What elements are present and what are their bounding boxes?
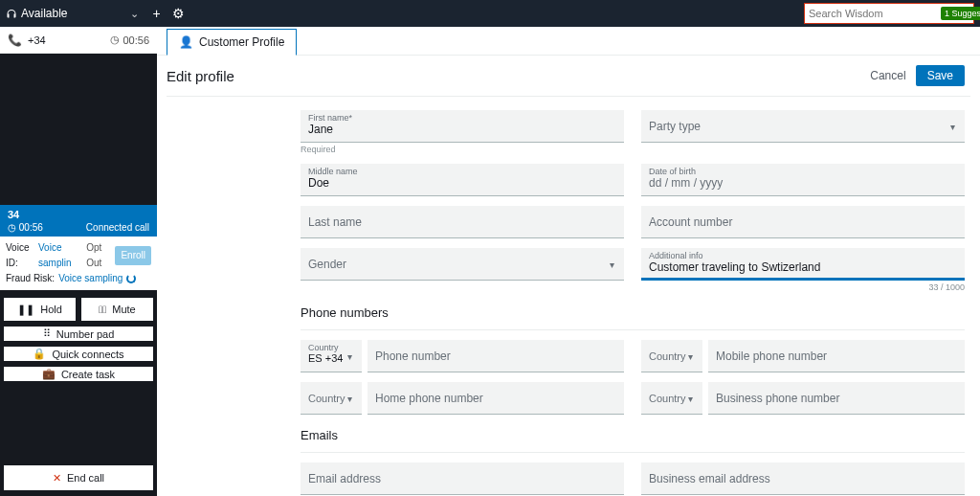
connected-timer: 00:56 bbox=[19, 222, 43, 233]
mute-label: Mute bbox=[112, 304, 135, 315]
connected-number: 34 bbox=[8, 209, 149, 220]
mobile-phone-field[interactable]: Mobile phone number bbox=[708, 340, 965, 372]
clock-icon: ◷ bbox=[110, 34, 120, 46]
call-header: 📞 +34 ◷ 00:56 bbox=[0, 27, 157, 54]
tab-label: Customer Profile bbox=[199, 35, 284, 49]
wisdom-search-input[interactable] bbox=[809, 8, 941, 19]
save-button[interactable]: Save bbox=[916, 65, 965, 86]
pause-icon: ❚❚ bbox=[17, 304, 34, 316]
last-name-field[interactable]: Last name bbox=[301, 206, 624, 238]
email-field[interactable]: Email address bbox=[301, 462, 624, 495]
gender-ph: Gender bbox=[308, 258, 616, 271]
voice-id-block: Voice ID: Voice samplin Opt Out Enroll F… bbox=[0, 237, 157, 290]
profile-icon: 👤 bbox=[179, 35, 193, 49]
phone-country-select[interactable]: Country ES +34 ▾ bbox=[301, 340, 362, 372]
chevron-down-icon: ▾ bbox=[688, 393, 693, 403]
required-helper: Required bbox=[301, 145, 624, 154]
topbar: Available ⌄ + ⚙ 1 Suggestion 🔍 bbox=[0, 0, 980, 27]
additional-info-value: Customer traveling to Swtizerland bbox=[649, 260, 957, 274]
home-phone-field[interactable]: Home phone number bbox=[368, 382, 624, 415]
home-country-select[interactable]: Country ▾ bbox=[301, 382, 362, 415]
endcall-button[interactable]: ✕ End call bbox=[4, 465, 153, 490]
wisdom-search[interactable]: 1 Suggestion 🔍 bbox=[804, 3, 974, 24]
profile-form: First name* Jane Required Party type ▾ M… bbox=[157, 110, 980, 496]
plus-icon[interactable]: + bbox=[152, 6, 160, 21]
party-type-label: Party type bbox=[649, 120, 957, 133]
additional-info-field[interactable]: Additional info Customer traveling to Sw… bbox=[641, 248, 965, 281]
headset-icon bbox=[6, 9, 15, 18]
ccp-panel: 📞 +34 ◷ 00:56 34 ◷ 00:56 Connected call … bbox=[0, 27, 157, 496]
divider bbox=[301, 452, 965, 453]
fraud-risk-value[interactable]: Voice sampling bbox=[58, 271, 122, 286]
tab-customer-profile[interactable]: 👤 Customer Profile bbox=[167, 29, 297, 56]
last-name-ph: Last name bbox=[308, 215, 616, 229]
mobile-phone-ph: Mobile phone number bbox=[716, 349, 957, 363]
createtask-button[interactable]: 💼Create task bbox=[4, 367, 153, 381]
mic-off-icon: 🎙⃠ bbox=[99, 304, 106, 315]
mobile-country-select[interactable]: Country ▾ bbox=[641, 340, 702, 372]
chevron-down-icon: ▾ bbox=[610, 259, 614, 269]
chevron-down-icon: ⌄ bbox=[130, 8, 139, 20]
enroll-button[interactable]: Enroll bbox=[115, 246, 151, 265]
quickconnects-label: Quick connects bbox=[52, 349, 123, 360]
additional-info-counter: 33 / 1000 bbox=[641, 282, 965, 292]
hangup-icon: ✕ bbox=[53, 472, 61, 485]
dob-label: Date of birth bbox=[649, 167, 957, 176]
party-type-select[interactable]: Party type ▾ bbox=[641, 110, 965, 143]
dob-placeholder: dd / mm / yyyy bbox=[649, 176, 957, 190]
fraud-risk-label: Fraud Risk: bbox=[6, 271, 55, 286]
main-area: 👤 Customer Profile Edit profile Cancel S… bbox=[157, 27, 980, 496]
suggestion-badge[interactable]: 1 Suggestion bbox=[941, 7, 980, 20]
cancel-button[interactable]: Cancel bbox=[870, 69, 905, 82]
mute-button[interactable]: 🎙⃠Mute bbox=[81, 298, 153, 321]
account-number-ph: Account number bbox=[649, 215, 957, 229]
dial-prefix: +34 bbox=[28, 34, 46, 46]
middle-name-label: Middle name bbox=[308, 167, 616, 176]
divider bbox=[167, 96, 970, 97]
hold-button[interactable]: ❚❚Hold bbox=[4, 298, 76, 321]
phone-number-field[interactable]: Phone number bbox=[368, 340, 624, 372]
tab-strip: 👤 Customer Profile bbox=[157, 27, 980, 56]
chevron-down-icon: ▾ bbox=[347, 393, 352, 403]
section-emails: Emails bbox=[301, 428, 965, 442]
numberpad-label: Number pad bbox=[56, 328, 115, 340]
connected-status: Connected call bbox=[86, 222, 149, 233]
chevron-down-icon: ▾ bbox=[347, 350, 352, 361]
quickconnects-button[interactable]: 🔒Quick connects bbox=[4, 347, 153, 361]
voice-id-value[interactable]: Voice samplin bbox=[38, 240, 82, 271]
email-ph: Email address bbox=[308, 472, 616, 485]
agent-status[interactable]: Available ⌄ bbox=[6, 7, 139, 20]
business-phone-field[interactable]: Business phone number bbox=[708, 382, 965, 415]
page-title: Edit profile bbox=[167, 68, 234, 84]
header-timer: 00:56 bbox=[122, 34, 149, 46]
business-country-select[interactable]: Country ▾ bbox=[641, 382, 702, 415]
divider bbox=[301, 329, 965, 330]
agent-status-label: Available bbox=[21, 7, 67, 20]
section-phone-numbers: Phone numbers bbox=[301, 305, 965, 320]
opt-out-link[interactable]: Opt Out bbox=[86, 240, 111, 271]
additional-info-label: Additional info bbox=[649, 251, 957, 260]
business-email-field[interactable]: Business email address bbox=[641, 462, 965, 495]
dob-field[interactable]: Date of birth dd / mm / yyyy bbox=[641, 164, 965, 196]
phone-number-ph: Phone number bbox=[375, 349, 616, 363]
gender-select[interactable]: Gender ▾ bbox=[301, 248, 624, 281]
lock-icon: 🔒 bbox=[33, 348, 46, 360]
briefcase-icon: 💼 bbox=[42, 368, 56, 380]
gear-icon[interactable]: ⚙ bbox=[172, 6, 185, 21]
phone-icon: 📞 bbox=[8, 34, 22, 47]
createtask-label: Create task bbox=[61, 369, 115, 380]
clock-icon-2: ◷ bbox=[8, 222, 16, 233]
middle-name-value: Doe bbox=[308, 176, 616, 190]
first-name-field[interactable]: First name* Jane bbox=[301, 110, 624, 143]
middle-name-field[interactable]: Middle name Doe bbox=[301, 164, 624, 196]
endcall-label: End call bbox=[67, 472, 104, 484]
first-name-value: Jane bbox=[308, 123, 616, 136]
numberpad-button[interactable]: ⠿Number pad bbox=[4, 327, 153, 341]
chevron-down-icon: ▾ bbox=[950, 121, 955, 131]
connected-strip: 34 ◷ 00:56 Connected call bbox=[0, 205, 157, 237]
first-name-label: First name* bbox=[308, 113, 616, 123]
home-phone-ph: Home phone number bbox=[375, 392, 616, 405]
account-number-field[interactable]: Account number bbox=[641, 206, 965, 238]
business-email-ph: Business email address bbox=[649, 472, 957, 485]
dialpad-icon: ⠿ bbox=[43, 327, 51, 340]
